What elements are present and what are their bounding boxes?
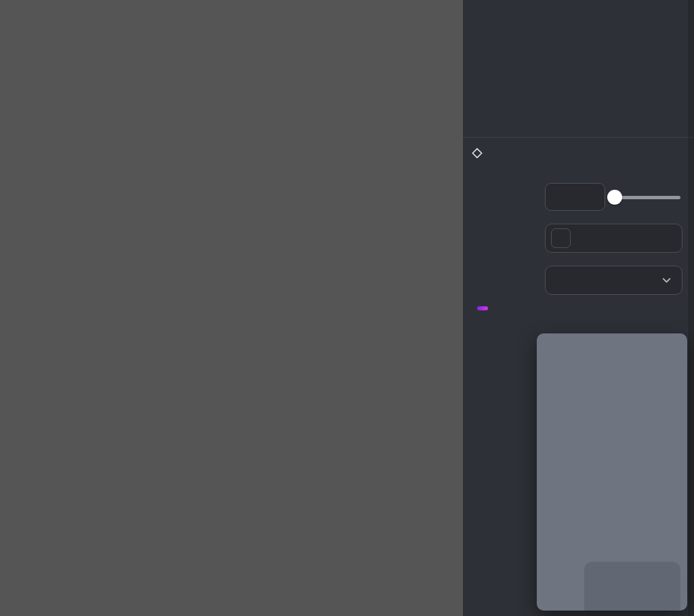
diamond-icon bbox=[471, 147, 483, 159]
colour-picker-field[interactable] bbox=[545, 224, 682, 253]
texture-dropdown-menu bbox=[537, 333, 687, 611]
slider-track bbox=[616, 196, 680, 199]
chevron-down-icon bbox=[661, 274, 672, 286]
app-root bbox=[0, 0, 694, 616]
texture-preview-grid[interactable] bbox=[0, 0, 463, 616]
add-layer-button[interactable] bbox=[680, 1, 683, 4]
panel-scrollbar[interactable] bbox=[687, 0, 694, 616]
obscured-ui-element bbox=[584, 562, 680, 611]
texture-section-header bbox=[471, 306, 488, 310]
panel-divider bbox=[463, 137, 694, 138]
colour-swatch[interactable] bbox=[551, 228, 571, 248]
opacity-input[interactable] bbox=[545, 183, 605, 211]
right-panel bbox=[463, 0, 694, 616]
isometric-select[interactable] bbox=[545, 266, 682, 295]
background-section-header bbox=[471, 147, 489, 159]
opacity-slider[interactable] bbox=[615, 183, 682, 211]
pro-badge bbox=[477, 306, 488, 310]
slider-knob[interactable] bbox=[607, 190, 622, 205]
